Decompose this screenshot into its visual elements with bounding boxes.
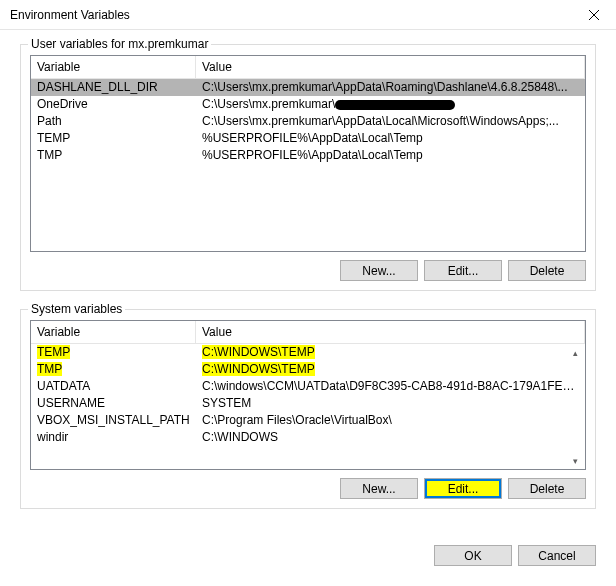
delete-button[interactable]: Delete <box>508 478 586 499</box>
table-row[interactable]: UATDATA C:\windows\CCM\UATData\D9F8C395-… <box>31 378 585 395</box>
column-header-value[interactable]: Value <box>196 56 585 78</box>
cell-value: C:\Users\mx.premkumar\AppData\Local\Micr… <box>196 113 585 130</box>
table-row[interactable]: USERNAME SYSTEM <box>31 395 585 412</box>
column-header-value[interactable]: Value <box>196 321 585 343</box>
scrollbar[interactable]: ▴ ▾ <box>567 345 584 468</box>
cell-value: SYSTEM <box>196 395 585 412</box>
table-header: Variable Value <box>31 56 585 79</box>
cell-value: C:\Users\mx.premkumar\ <box>196 96 585 113</box>
system-variables-group: System variables Variable Value TEMP C:\… <box>20 309 596 509</box>
cell-variable: TEMP <box>31 344 196 361</box>
user-variables-group: User variables for mx.premkumar Variable… <box>20 44 596 291</box>
new-button[interactable]: New... <box>340 478 418 499</box>
close-button[interactable] <box>571 0 616 30</box>
table-row[interactable]: Path C:\Users\mx.premkumar\AppData\Local… <box>31 113 585 130</box>
system-variables-label: System variables <box>28 302 125 316</box>
column-header-variable[interactable]: Variable <box>31 321 196 343</box>
cell-variable: windir <box>31 429 196 446</box>
titlebar: Environment Variables <box>0 0 616 30</box>
delete-button[interactable]: Delete <box>508 260 586 281</box>
ok-button[interactable]: OK <box>434 545 512 566</box>
cell-value: C:\Program Files\Oracle\VirtualBox\ <box>196 412 585 429</box>
cell-value: C:\WINDOWS <box>196 429 585 446</box>
table-row[interactable]: DASHLANE_DLL_DIR C:\Users\mx.premkumar\A… <box>31 79 585 96</box>
dialog-button-row: OK Cancel <box>0 537 616 578</box>
cell-value: %USERPROFILE%\AppData\Local\Temp <box>196 130 585 147</box>
cell-variable: Path <box>31 113 196 130</box>
cell-variable: VBOX_MSI_INSTALL_PATH <box>31 412 196 429</box>
table-row[interactable]: TMP C:\WINDOWS\TEMP <box>31 361 585 378</box>
new-button[interactable]: New... <box>340 260 418 281</box>
cell-variable: TMP <box>31 147 196 164</box>
cancel-button[interactable]: Cancel <box>518 545 596 566</box>
table-header: Variable Value <box>31 321 585 344</box>
table-row[interactable]: TMP %USERPROFILE%\AppData\Local\Temp <box>31 147 585 164</box>
table-row[interactable]: windir C:\WINDOWS <box>31 429 585 446</box>
column-header-variable[interactable]: Variable <box>31 56 196 78</box>
system-variables-body: TEMP C:\WINDOWS\TEMP TMP C:\WINDOWS\TEMP… <box>31 344 585 446</box>
cell-variable: TEMP <box>31 130 196 147</box>
window-title: Environment Variables <box>10 8 130 22</box>
cell-value: C:\windows\CCM\UATData\D9F8C395-CAB8-491… <box>196 378 585 395</box>
cell-variable: OneDrive <box>31 96 196 113</box>
system-variables-table[interactable]: Variable Value TEMP C:\WINDOWS\TEMP TMP … <box>30 320 586 470</box>
cell-value: C:\WINDOWS\TEMP <box>196 361 585 378</box>
system-buttons-row: New... Edit... Delete <box>30 478 586 499</box>
user-variables-table[interactable]: Variable Value DASHLANE_DLL_DIR C:\Users… <box>30 55 586 252</box>
cell-variable: UATDATA <box>31 378 196 395</box>
user-variables-body: DASHLANE_DLL_DIR C:\Users\mx.premkumar\A… <box>31 79 585 164</box>
dialog-content: User variables for mx.premkumar Variable… <box>0 30 616 537</box>
close-icon <box>589 10 599 20</box>
cell-value: %USERPROFILE%\AppData\Local\Temp <box>196 147 585 164</box>
table-row[interactable]: TEMP C:\WINDOWS\TEMP <box>31 344 585 361</box>
user-buttons-row: New... Edit... Delete <box>30 260 586 281</box>
cell-variable: TMP <box>31 361 196 378</box>
redacted-text <box>335 100 455 110</box>
cell-value: C:\WINDOWS\TEMP <box>196 344 585 361</box>
table-row[interactable]: OneDrive C:\Users\mx.premkumar\ <box>31 96 585 113</box>
table-row[interactable]: VBOX_MSI_INSTALL_PATH C:\Program Files\O… <box>31 412 585 429</box>
edit-button[interactable]: Edit... <box>424 478 502 499</box>
scroll-up-icon[interactable]: ▴ <box>568 345 583 360</box>
edit-button[interactable]: Edit... <box>424 260 502 281</box>
cell-value: C:\Users\mx.premkumar\AppData\Roaming\Da… <box>196 79 585 96</box>
user-variables-label: User variables for mx.premkumar <box>28 37 211 51</box>
cell-variable: DASHLANE_DLL_DIR <box>31 79 196 96</box>
scroll-down-icon[interactable]: ▾ <box>568 453 583 468</box>
cell-variable: USERNAME <box>31 395 196 412</box>
table-row[interactable]: TEMP %USERPROFILE%\AppData\Local\Temp <box>31 130 585 147</box>
